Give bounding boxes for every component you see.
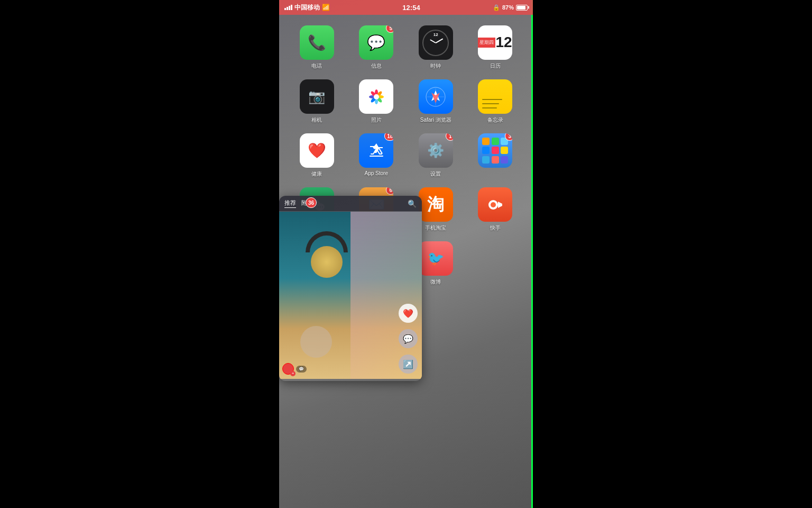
qqmail-badge: 6	[386, 187, 393, 195]
calendar-icon: 星期四 12	[478, 25, 512, 60]
appstore-label: App Store	[365, 170, 388, 176]
weibo-label: 微博	[430, 278, 441, 286]
calendar-header: 星期四	[478, 38, 495, 48]
notes-icon	[478, 79, 512, 114]
app-appstore[interactable]: 18 App Store	[349, 133, 404, 178]
folder-mini-7	[482, 156, 490, 164]
folder-mini-4	[482, 147, 490, 154]
taobao-icon: 淘	[419, 187, 453, 222]
popup-tab-recommended[interactable]: 推荐	[284, 199, 296, 208]
user-details: 💬	[296, 366, 307, 373]
notes-label: 备忘录	[487, 116, 503, 124]
safari-label: Safari 浏览器	[420, 116, 451, 124]
appstore-badge: 18	[384, 133, 393, 141]
row4-badge-count: 36	[308, 200, 314, 206]
battery-icon	[516, 5, 528, 11]
app-notes[interactable]: 备忘录	[468, 79, 523, 124]
phone-symbol: 📞	[308, 34, 326, 51]
messages-label: 信息	[371, 62, 382, 70]
appstore-symbol	[367, 141, 386, 160]
video-area: ❤️ 💬 ↗️ 💬	[279, 212, 422, 379]
like-btn[interactable]: ❤️	[399, 304, 418, 323]
app-camera[interactable]: 📷 相机	[290, 79, 344, 124]
product-base	[311, 246, 343, 278]
calendar-label: 日历	[490, 62, 501, 70]
messages-symbol: 💬	[367, 34, 385, 51]
messages-icon: 💬 5	[359, 25, 393, 60]
weibo-symbol: 🐦	[427, 250, 444, 267]
row4-badge: 36	[306, 197, 317, 208]
hand-visual	[300, 326, 332, 358]
battery-fill	[517, 6, 525, 10]
app-calendar[interactable]: 星期四 12 日历	[468, 25, 523, 70]
safari-symbol	[425, 86, 446, 107]
settings-badge: 1	[446, 133, 453, 141]
product-display	[295, 228, 358, 296]
status-right: 🔒 87%	[493, 4, 528, 11]
weibo-icon: 🐦	[419, 241, 453, 276]
app-safari[interactable]: Safari 浏览器	[409, 79, 463, 124]
folder-mini-1	[482, 138, 490, 145]
taobao-symbol: 淘	[427, 193, 444, 216]
settings-icon: ⚙️ 1	[419, 133, 453, 168]
photos-label: 照片	[371, 116, 382, 124]
calendar-date: 12	[495, 33, 513, 52]
health-symbol: ❤️	[308, 142, 326, 159]
kuaishou-symbol	[485, 195, 505, 215]
camera-label: 相机	[311, 116, 322, 124]
folder-mini-5	[492, 147, 499, 154]
appstore-icon: 18	[359, 133, 393, 168]
video-actions: ❤️ 💬 ↗️	[394, 298, 422, 379]
app-clock[interactable]: 时钟	[409, 25, 463, 70]
folder-mini-9	[501, 156, 508, 164]
folder-badge: 3	[505, 133, 512, 141]
folder-mini-2	[492, 138, 499, 145]
app-folder[interactable]: 3	[468, 133, 523, 178]
svg-point-9	[374, 94, 379, 99]
settings-symbol: ⚙️	[427, 142, 444, 159]
messages-badge: 5	[386, 25, 393, 33]
appstore-popup[interactable]: 推荐 附近 🔍 ❤	[279, 196, 422, 381]
folder-mini-8	[492, 156, 499, 164]
wifi-icon: 📶	[322, 4, 330, 11]
app-messages[interactable]: 💬 5 信息	[349, 25, 404, 70]
status-bar: 中国移动 📶 12:54 🔒 87%	[279, 0, 533, 15]
signal-bar-4	[291, 5, 292, 10]
clock-label: 时钟	[430, 62, 441, 70]
battery-bar	[516, 5, 528, 11]
status-time: 12:54	[402, 4, 420, 12]
popup-header: 推荐 附近 🔍	[279, 196, 422, 212]
app-health[interactable]: ❤️ 健康	[290, 133, 344, 178]
clock-minute-hand	[436, 38, 444, 43]
signal-bar-3	[289, 6, 290, 10]
clock-face	[422, 30, 449, 56]
status-left: 中国移动 📶	[284, 3, 330, 12]
camera-icon: 📷	[300, 79, 334, 114]
comment-btn[interactable]: 💬	[399, 329, 418, 348]
comment-item: 💬	[296, 366, 307, 373]
kuaishou-label: 快手	[490, 224, 501, 232]
app-photos[interactable]: 照片	[349, 79, 404, 124]
kuaishou-icon	[478, 187, 512, 222]
app-phone[interactable]: 📞 电话	[290, 25, 344, 70]
comment-text: 💬	[299, 367, 304, 371]
popup-search-icon[interactable]: 🔍	[408, 199, 417, 208]
video-user: 💬	[282, 363, 307, 375]
carrier-name: 中国移动	[294, 3, 320, 12]
camera-symbol: 📷	[308, 88, 325, 105]
share-btn[interactable]: ↗️	[399, 355, 418, 374]
health-icon: ❤️	[300, 133, 334, 168]
lock-icon: 🔒	[493, 4, 500, 11]
app-kuaishou[interactable]: 快手	[468, 187, 523, 232]
photos-icon	[359, 79, 393, 114]
app-settings[interactable]: ⚙️ 1 设置	[409, 133, 463, 178]
folder-grid	[480, 135, 510, 166]
folder-icon: 3	[478, 133, 512, 168]
svg-point-25	[491, 202, 496, 207]
battery-percent: 87%	[502, 4, 514, 11]
notes-line-3	[482, 107, 497, 108]
signal-bar-1	[284, 8, 286, 10]
clock-icon	[419, 25, 453, 60]
phone-icon: 📞	[300, 25, 334, 60]
taobao-label: 手机淘宝	[425, 224, 446, 232]
